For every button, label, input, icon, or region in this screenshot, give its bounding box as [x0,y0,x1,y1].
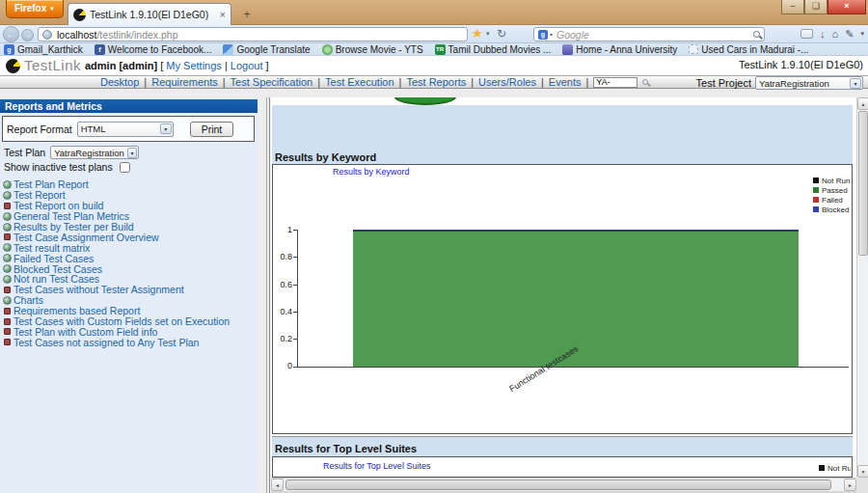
report-link[interactable]: Not run Test Cases [3,274,256,285]
close-button[interactable]: × [827,0,866,14]
legend-swatch-blocked-icon [813,206,819,212]
separator: | [225,60,228,71]
bookmark-favicon-icon [322,44,333,55]
my-settings-link[interactable]: My Settings [166,60,221,71]
bookmark-item[interactable]: TRTamil Dubbed Movies ... [435,44,552,55]
scroll-right-icon[interactable]: ► [844,479,856,491]
menu-item-users-roles[interactable]: Users/Roles [478,76,536,88]
bookmark-dropdown-icon[interactable]: ▾ [486,30,490,38]
scrollbar-corner [856,478,868,493]
menu-item-test-reports[interactable]: Test Reports [406,76,466,88]
url-bar[interactable]: localhost /testlink/index.php [38,27,468,41]
results-by-keyword-chart: Results by Keyword Not Run Passed Failed… [272,164,853,434]
bookmark-item[interactable]: fWelcome to Facebook... [95,44,212,55]
test-project-select[interactable]: YatraRegistration ▾ [755,76,863,90]
testcase-search-input[interactable] [593,77,637,88]
toolbar-overflow-icon[interactable]: ▾ [860,26,864,41]
pie-chart-bottom-edge [394,97,456,105]
test-project-selector: Test Project YatraRegistration ▾ [696,76,863,90]
forward-button[interactable]: → [21,29,34,41]
sidebar-title: Reports and Metrics [0,99,258,113]
bookmark-item[interactable]: Google Translate [223,44,310,55]
report-format-select[interactable]: HTML ▾ [77,122,174,137]
menu-item-events[interactable]: Events [549,76,582,88]
horizontal-scrollbar[interactable]: ◄ ► [271,478,856,491]
reload-icon[interactable]: ↻ [497,27,506,41]
search-engine-dropdown-icon[interactable]: ▾ [550,31,553,38]
user-info: admin [admin] [ My Settings | Logout ] [85,60,269,71]
report-link[interactable]: Failed Test Cases [3,253,256,263]
report-icon [4,339,11,345]
report-link[interactable]: Requirements based Report [3,306,256,316]
menu-separator: | [541,76,544,88]
bookmark-star-icon[interactable]: ★ [472,26,483,41]
bookmark-label: Welcome to Facebook... [108,44,212,55]
tab-close-icon[interactable]: × [220,9,226,20]
report-link[interactable]: General Test Plan Metrics [3,211,256,222]
menu-item-requirements[interactable]: Requirements [151,76,217,88]
menu-separator: | [585,76,588,88]
bracket: [ [160,60,163,71]
y-tick-label: 0.8 [274,252,292,261]
menu-item-test-specification[interactable]: Test Specification [231,76,313,88]
toolbar-icons: ↓ ⌂ ✎ ▾ [800,26,864,41]
report-link[interactable]: Test Plan Report [3,179,256,190]
bookmark-item[interactable]: Used Cars in Madurai -... [689,44,808,55]
bookmark-label: Google Translate [236,44,310,55]
report-icon [4,233,11,240]
report-format-box: Report Format HTML ▾ Print [2,116,255,142]
report-link[interactable]: Test Case Assignment Overview [3,232,256,242]
report-link[interactable]: Test Report [3,190,256,201]
vertical-scrollbar-thumb[interactable] [858,111,868,256]
print-button[interactable]: Print [190,122,234,137]
report-link[interactable]: Test Cases without Tester Assignment [3,285,256,295]
menu-item-test-execution[interactable]: Test Execution [325,76,394,88]
report-link[interactable]: Test result matrix [3,242,256,253]
y-tick-label: 0.4 [274,307,292,316]
report-link[interactable]: Charts [3,295,256,306]
frame-divider[interactable] [258,97,271,493]
search-bar[interactable]: g ▾ Google [533,27,765,41]
vertical-scrollbar[interactable]: ▲ ▼ [856,97,868,478]
bookmark-label: Used Cars in Madurai -... [701,44,808,55]
scroll-left-icon[interactable]: ◄ [271,479,284,491]
scroll-up-icon[interactable]: ▲ [857,97,868,110]
bookmark-item[interactable]: Browse Movie - YTS [322,44,423,55]
horizontal-scrollbar-thumb[interactable] [285,479,831,490]
report-link[interactable]: Test Report on build [3,201,256,211]
bookmark-item[interactable]: Home - Anna University [562,44,677,55]
results-by-keyword-band: Results by Keyword [272,105,853,165]
report-link[interactable]: Test Cases not assigned to Any Test Plan [3,337,256,347]
logout-link[interactable]: Logout [231,60,263,71]
results-top-level-chart: Results for Top Level Suites Not Run [272,456,853,478]
bookmarks-panel-icon[interactable] [800,29,813,39]
report-link[interactable]: Test Plan with Custom Field info [3,326,256,337]
firefox-menu-label: Firefox [14,3,46,14]
test-plan-select[interactable]: YatraRegistration ▾ [50,146,139,159]
scroll-down-icon[interactable]: ▼ [857,465,868,478]
menu-item-desktop[interactable]: Desktop [100,76,139,88]
new-tab-button[interactable]: + [237,7,257,23]
test-plan-row: Test Plan YatraRegistration ▾ [4,146,139,159]
report-link[interactable]: Blocked Test Cases [3,263,256,274]
report-link[interactable]: Test Cases with Custom Fields set on Exe… [3,316,256,327]
search-engine-icon[interactable]: g [538,30,548,40]
home-icon[interactable]: ⌂ [832,26,839,41]
legend-item: Blocked [813,205,851,214]
downloads-icon[interactable]: ↓ [820,26,826,41]
report-icon [4,328,11,335]
minimize-button[interactable]: – [781,0,804,14]
search-icon[interactable] [753,31,760,38]
chevron-down-icon: ▾ [850,78,861,89]
report-link[interactable]: Results by Tester per Build [3,222,256,233]
firefox-menu-button[interactable]: Firefox ▼ [6,0,64,18]
back-button[interactable]: ← [3,26,19,42]
browser-tab[interactable]: TestLink 1.9.10(El D1eG0) × [68,3,231,25]
version-label: TestLink 1.9.10(El D1eG0) [739,59,863,70]
restore-button[interactable]: ❏ [804,0,827,14]
edit-icon[interactable]: ✎ [845,26,854,41]
show-inactive-checkbox[interactable] [120,162,130,173]
bookmark-item[interactable]: gGmail_Karthick [4,44,83,55]
search-icon[interactable] [642,79,648,85]
y-tick-label: 1 [274,225,292,234]
